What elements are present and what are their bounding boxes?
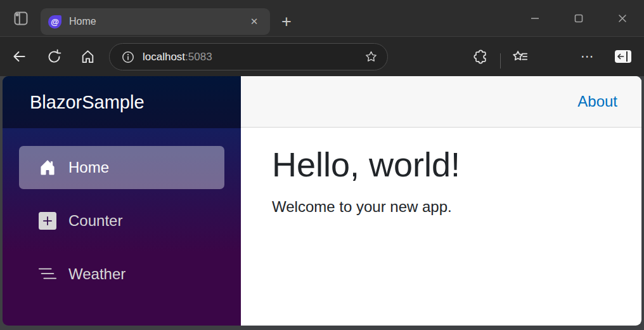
favorites-star-icon	[512, 48, 529, 65]
tab-close-icon[interactable]: ✕	[246, 13, 262, 30]
puzzle-icon	[473, 49, 489, 65]
app-brand[interactable]: BlazorSample	[30, 92, 145, 113]
home-icon	[80, 49, 96, 65]
plus-square-icon	[37, 212, 58, 230]
settings-menu-button[interactable]: ⋯	[575, 44, 600, 69]
close-window-button[interactable]	[600, 0, 644, 36]
sidebar-item-home[interactable]: Home	[19, 146, 224, 189]
sidebar-item-counter[interactable]: Counter	[19, 199, 224, 242]
browser-toolbar: localhost:5083 ⋯	[0, 36, 644, 76]
bookmark-star-button[interactable]	[364, 50, 378, 64]
star-icon	[364, 50, 378, 64]
refresh-button[interactable]	[41, 44, 67, 69]
toolbar-divider	[500, 53, 501, 69]
browser-window: @ Home ✕ +	[0, 0, 644, 330]
page-viewport: BlazorSample Home	[3, 76, 641, 326]
url-host: localhost	[143, 51, 185, 63]
ellipsis-icon: ⋯	[581, 49, 595, 64]
sidebar-item-label: Counter	[68, 212, 122, 230]
list-nested-icon	[37, 265, 58, 284]
house-icon	[37, 159, 58, 176]
home-button[interactable]	[75, 44, 100, 69]
sidebar-item-weather[interactable]: Weather	[19, 253, 224, 296]
sidebar-item-label: Home	[68, 159, 109, 176]
window-controls	[513, 0, 644, 36]
minimize-icon	[531, 14, 539, 23]
about-link[interactable]: About	[577, 93, 617, 110]
sidebar-panel-icon	[615, 50, 631, 63]
browser-tab-home[interactable]: @ Home ✕	[41, 8, 270, 35]
info-icon	[122, 51, 134, 63]
sidebar-nav: Home Counter	[3, 128, 241, 296]
tab-actions-menu-button[interactable]	[9, 6, 33, 30]
refresh-icon	[46, 49, 62, 65]
minimize-button[interactable]	[513, 0, 557, 36]
tab-title: Home	[69, 16, 246, 27]
favorites-button[interactable]	[507, 44, 532, 69]
url-port: :5083	[185, 51, 212, 63]
welcome-text: Welcome to your new app.	[272, 198, 610, 216]
brand-row: BlazorSample	[3, 76, 241, 128]
back-arrow-icon	[11, 48, 27, 65]
app-sidebar: BlazorSample Home	[3, 76, 241, 326]
maximize-icon	[574, 14, 583, 23]
sidebar-toggle-button[interactable]	[610, 44, 636, 69]
main-area: About Hello, world! Welcome to your new …	[241, 76, 641, 326]
site-info-button[interactable]	[119, 48, 138, 67]
page-content: Hello, world! Welcome to your new app.	[241, 128, 641, 232]
address-bar[interactable]: localhost:5083	[109, 43, 388, 70]
page-title: Hello, world!	[272, 144, 610, 185]
maximize-button[interactable]	[557, 0, 600, 36]
sidebar-item-label: Weather	[68, 265, 126, 283]
back-button[interactable]	[6, 44, 32, 69]
close-icon	[618, 14, 627, 23]
extensions-button[interactable]	[468, 44, 493, 69]
tab-actions-icon	[14, 11, 28, 25]
blazor-favicon-icon: @	[48, 15, 61, 29]
tab-strip: @ Home ✕ +	[0, 0, 644, 36]
window-frame: BlazorSample Home	[0, 76, 644, 330]
top-row: About	[241, 76, 641, 128]
new-tab-button[interactable]: +	[274, 10, 299, 34]
